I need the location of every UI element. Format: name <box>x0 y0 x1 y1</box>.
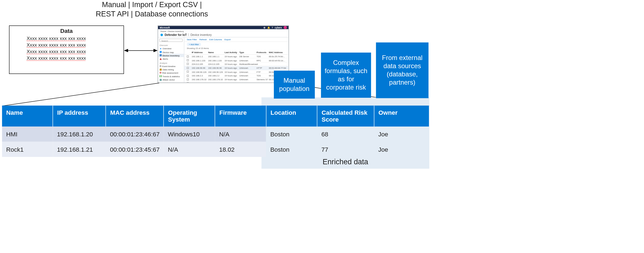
edit-columns-button[interactable]: Edit Columns <box>209 38 222 41</box>
svg-line-3 <box>2 83 159 106</box>
top-annotation-line-2: REST API | Database connections <box>78 9 226 19</box>
th-mac: MAC address <box>106 106 164 127</box>
defender-app-screenshot: Microsoft ⚙ 🔔 ? cyberx Home › Device inv… <box>158 25 289 83</box>
table-row: Rock1192.168.1.2100:00:01:23:45:67N/A18.… <box>2 142 429 157</box>
tile-label: Manual population <box>277 76 312 93</box>
sidebar-item-event-timeline[interactable]: Event timeline <box>158 64 184 68</box>
top-annotation-line-1: Manual | Import / Export CSV | <box>78 0 226 9</box>
sidebar-section-discover: Discover <box>160 44 182 47</box>
cell-name: 192.168.1.1 <box>208 55 224 58</box>
sidebar-item-overview[interactable]: Overview <box>158 47 184 50</box>
cell-name: Rock1 <box>2 142 53 157</box>
cell-name: HMI <box>2 126 53 142</box>
tile-label: Complex formulas, such as for corporate … <box>324 59 368 92</box>
row-checkbox[interactable] <box>187 55 189 58</box>
row-checkbox[interactable] <box>187 74 189 77</box>
col-type[interactable]: Type <box>239 51 256 53</box>
sidebar-item-label: Attack vector <box>163 79 175 81</box>
product-logo-icon <box>161 33 163 36</box>
save-filter-button[interactable]: Save Filter <box>187 38 197 41</box>
cell-ip: 224.0.0.195 <box>192 63 207 65</box>
breadcrumb[interactable]: Home › Device inventory <box>158 29 289 33</box>
tile-manual-population: Manual population <box>274 71 315 99</box>
sidebar-item-data-mining[interactable]: Data mining <box>158 68 184 71</box>
cell-type: Multicast/Broadcast <box>239 63 256 65</box>
cell-loc: Boston <box>266 126 317 142</box>
svg-marker-1 <box>124 49 128 52</box>
page-subtitle: Device inventory <box>188 33 212 36</box>
th-name: Name <box>2 106 53 127</box>
cell-os: Windows10 <box>164 126 215 142</box>
sidebar-item-alerts[interactable]: Alerts <box>158 57 184 61</box>
refresh-button[interactable]: Refresh <box>199 38 207 41</box>
cell-owner: Joe <box>374 126 429 142</box>
cell-mac <box>269 63 286 65</box>
grid-row[interactable]: 224.0.0.195224.0.0.19519 hours agoMultic… <box>184 62 289 66</box>
sidebar-section-analyze: Analyze <box>160 61 182 64</box>
data-placeholder-line: Xxxx xxxx xxxx xxx xxx xxxx <box>27 48 124 55</box>
grid-header-row: IP Address Name Last Activity Type Proto… <box>184 50 289 55</box>
col-last[interactable]: Last Activity <box>225 51 239 53</box>
col-protocols[interactable]: Protocols <box>257 51 268 53</box>
grid-row[interactable]: 192.168.2.2192.168.2.219 hours agoUnknow… <box>184 74 289 78</box>
grid-row[interactable]: 192.168.1.133192.168.1.13319 hours agoUn… <box>184 59 289 62</box>
cell-mac: 00:02:e9:53:1d… <box>269 59 286 61</box>
grid-row[interactable]: 192.168.90.90192.168.90.9019 hours agoUn… <box>184 66 289 70</box>
add-filter-button[interactable]: + Add filter <box>187 43 201 46</box>
sidebar-item-attack-vector[interactable]: Attack vector <box>158 78 184 82</box>
col-mac[interactable]: MAC Address <box>269 51 286 53</box>
row-checkbox[interactable] <box>187 63 189 65</box>
cell-last: 19 hours ago <box>225 67 239 69</box>
avatar[interactable] <box>284 26 287 29</box>
cell-name: 192.168.178.32 <box>208 78 224 81</box>
col-name[interactable]: Name <box>208 51 224 53</box>
sidebar-item-label: Device inventory <box>163 54 179 57</box>
cell-type: Unknown <box>239 59 256 61</box>
grid-row[interactable]: 192.168.1.1192.168.1.119 hours agoDB Ser… <box>184 55 289 59</box>
help-icon[interactable]: ? <box>272 26 273 29</box>
grid-row[interactable]: 192.168.90.126192.168.90.12619 hours ago… <box>184 70 289 74</box>
sidebar-item-device-inventory[interactable]: Device inventory <box>158 54 184 57</box>
th-owner: Owner <box>374 106 429 127</box>
grid-row[interactable]: 192.168.178.32192.168.178.3219 hours ago… <box>184 78 289 82</box>
globe-icon <box>160 48 162 50</box>
sidebar-item-label: Trends & statistics <box>163 75 180 77</box>
cell-ip: 192.168.2.2 <box>192 74 207 77</box>
cell-last: 19 hours ago <box>225 71 239 73</box>
cell-name: 224.0.0.195 <box>208 63 224 65</box>
cell-type: Unknown <box>239 74 256 77</box>
sidebar: Search Discover Overview Device map Devi… <box>158 38 184 83</box>
col-ip[interactable]: IP Address <box>192 51 207 53</box>
cell-protocols <box>257 63 268 65</box>
row-checkbox[interactable] <box>187 59 189 61</box>
search-input[interactable]: Search <box>159 39 183 42</box>
grid-row[interactable]: 10.1.7.1010.1.7.1019 hours agoUnknownHon… <box>184 82 289 83</box>
export-button[interactable]: Export <box>224 38 231 41</box>
cell-os: N/A <box>164 142 215 157</box>
row-checkbox[interactable] <box>187 67 189 69</box>
cell-ip: 192.168.1.133 <box>192 59 207 61</box>
sidebar-item-label: Event timeline <box>162 65 176 67</box>
cell-mac: 00:00:01:23:46:67 <box>106 126 164 142</box>
cell-protocols: HTTP <box>257 67 268 69</box>
gear-icon[interactable]: ⚙ <box>263 26 266 29</box>
cell-type: Unknown <box>239 67 256 69</box>
row-checkbox[interactable] <box>187 82 189 83</box>
bell-icon[interactable]: 🔔 <box>267 26 270 29</box>
cell-protocols: Honeywell FDA Diag… <box>257 82 268 83</box>
svg-marker-2 <box>153 49 158 52</box>
row-checkbox[interactable] <box>187 78 189 81</box>
data-placeholder-line: Xxxx xxxx xxxx xxx xxx xxxx <box>27 35 124 42</box>
cell-fw: 18.02 <box>215 142 266 157</box>
sidebar-item-device-map[interactable]: Device map <box>158 50 184 54</box>
sidebar-item-trends[interactable]: Trends & statistics <box>158 74 184 78</box>
sidebar-item-risk-assessment[interactable]: Risk assessment <box>158 71 184 75</box>
cell-mac: 00:00:01:23:45:67 <box>106 142 164 157</box>
cell-protocols: TDS <box>257 74 268 77</box>
tile-label: From external data sources (database, pa… <box>379 54 425 87</box>
map-icon <box>160 51 162 53</box>
cell-mac: 00:0c:25:74:8d… <box>269 55 286 58</box>
row-checkbox[interactable] <box>187 71 189 73</box>
cell-type: Unknown <box>239 78 256 81</box>
toolbar: Save Filter Refresh Edit Columns Export <box>184 38 289 42</box>
